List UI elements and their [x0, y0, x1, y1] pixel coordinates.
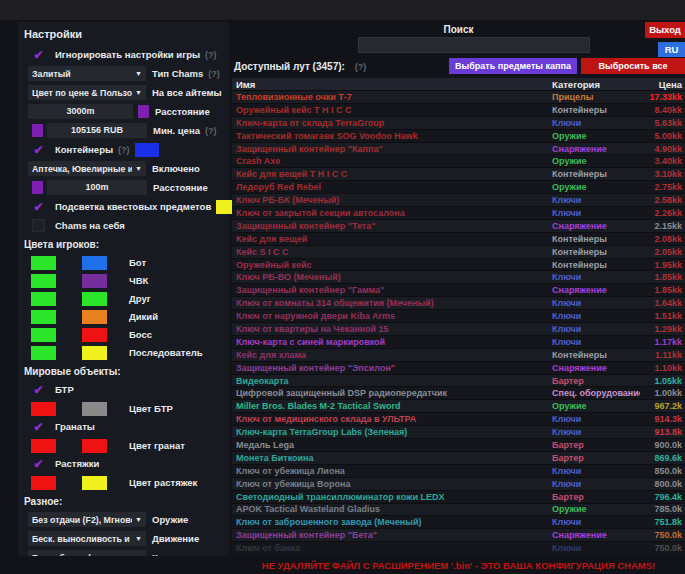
- player-visible-color-swatch[interactable]: [31, 328, 56, 342]
- grenade-color-swatch-2[interactable]: [82, 439, 107, 453]
- player-type-color-swatch[interactable]: [82, 328, 107, 342]
- table-row[interactable]: Ключ от заброшенного завода (Меченый)Клю…: [232, 516, 685, 529]
- player-type-color-swatch[interactable]: [82, 256, 107, 270]
- help-icon[interactable]: (?): [118, 145, 130, 155]
- checkbox-btr[interactable]: ✔ БТР: [24, 381, 225, 398]
- table-row[interactable]: ВидеокартаБартер1.05kk: [232, 375, 685, 388]
- player-type-color-swatch[interactable]: [82, 292, 107, 306]
- language-button[interactable]: RU: [658, 42, 685, 57]
- checkbox-grenades[interactable]: ✔ Гранаты: [24, 418, 225, 435]
- table-row[interactable]: Защищенный контейнер "Каппа"Снаряжение4.…: [232, 143, 685, 156]
- table-row[interactable]: Miller Bros. Blades M-2 Tactical SwordОр…: [232, 400, 685, 413]
- help-icon[interactable]: (?): [205, 50, 217, 60]
- chams-type-select[interactable]: Залитый ▼: [28, 66, 146, 81]
- table-row[interactable]: Ключ от закрытой секции автосалонаКлючи2…: [232, 207, 685, 220]
- item-price: 1.11kk: [640, 350, 685, 360]
- help-icon[interactable]: (?): [208, 69, 220, 79]
- movement-select[interactable]: Беск. выносливость и нет уста ▼: [28, 531, 146, 546]
- player-visible-color-swatch[interactable]: [31, 310, 56, 324]
- containers-filter-select[interactable]: Аптечка, Ювелирные и... ▼: [28, 161, 146, 176]
- table-row[interactable]: Ключ от банкаКлючи750.0k: [232, 542, 685, 555]
- player-visible-color-swatch[interactable]: [31, 256, 56, 270]
- column-header-name[interactable]: Имя: [232, 79, 552, 90]
- item-category: Снаряжение: [552, 530, 640, 540]
- help-icon[interactable]: (?): [205, 126, 217, 136]
- containers-distance-swatch[interactable]: [32, 181, 43, 194]
- grenade-color-swatch-1[interactable]: [31, 439, 56, 453]
- checkmark-icon[interactable]: ✔: [32, 457, 45, 470]
- player-type-color-swatch[interactable]: [82, 274, 107, 288]
- checkbox-containers[interactable]: ✔ Контейнеры (?): [24, 141, 225, 158]
- min-price-color-swatch[interactable]: [32, 124, 43, 137]
- tripwire-color-swatch-2[interactable]: [82, 476, 107, 490]
- table-row[interactable]: Защищенный контейнер "Тета"Снаряжение2.1…: [232, 220, 685, 233]
- table-row[interactable]: Светодиодный трансиллюминатор кожи LEDXБ…: [232, 491, 685, 504]
- table-row[interactable]: Ледоруб Red RebelОружие2.75kk: [232, 181, 685, 194]
- table-row[interactable]: Кейс для хламаКонтейнеры1.11kk: [232, 349, 685, 362]
- distance-input[interactable]: 3000m: [28, 104, 133, 119]
- table-row[interactable]: Монета БиткоинаБартер869.6k: [232, 452, 685, 465]
- player-type-color-swatch[interactable]: [82, 310, 107, 324]
- table-row[interactable]: Ключ РБ-БК (Меченый)Ключи2.58kk: [232, 194, 685, 207]
- checkmark-icon[interactable]: ✔: [32, 383, 45, 396]
- item-category: Прицелы: [552, 92, 640, 102]
- table-row[interactable]: Медаль LegaБартер900.0k: [232, 439, 685, 452]
- table-row[interactable]: Ключ от убежища ЛионаКлючи850.0k: [232, 465, 685, 478]
- tripwire-color-swatch-1[interactable]: [31, 476, 56, 490]
- column-header-price[interactable]: Цена: [640, 79, 685, 90]
- table-row[interactable]: Защищенный контейнер "Гамма"Снаряжение1.…: [232, 284, 685, 297]
- checkbox-quest-highlight[interactable]: ✔ Подсветка квестовых предметов: [24, 198, 225, 215]
- table-row[interactable]: Кейс для вещей T H I C CКонтейнеры3.10kk: [232, 168, 685, 181]
- item-category: Оружие: [552, 131, 640, 141]
- containers-color-swatch[interactable]: [135, 143, 159, 157]
- weapon-select[interactable]: Без отдачи (F2), Мгновенное п ▼: [28, 512, 146, 527]
- column-header-category[interactable]: Категория: [552, 79, 640, 90]
- table-row[interactable]: Ключ-карта с синей маркировкойКлючи1.17k…: [232, 336, 685, 349]
- color-mode-select[interactable]: Цвет по цене & Пользователь ▼: [28, 85, 146, 100]
- player-visible-color-swatch[interactable]: [31, 346, 56, 360]
- btr-color-swatch-1[interactable]: [31, 402, 56, 416]
- containers-distance-input[interactable]: 100m: [47, 180, 147, 195]
- checkmark-icon[interactable]: ✔: [32, 48, 45, 61]
- table-row[interactable]: Цифровой защищенный DSP радиопередатчикС…: [232, 387, 685, 400]
- table-row[interactable]: Оружейный кейс T H I C CКонтейнеры8.40kk: [232, 104, 685, 117]
- table-row[interactable]: Ключ-карта TerraGroup Labs (Зеленая)Ключ…: [232, 426, 685, 439]
- distance-color-swatch[interactable]: [138, 105, 149, 118]
- checkmark-icon[interactable]: ✔: [32, 143, 45, 156]
- table-row[interactable]: Ключ от комнаты 314 общежития (Меченый)К…: [232, 297, 685, 310]
- table-row[interactable]: Ключ-карта от склада TerraGroupКлючи5.63…: [232, 117, 685, 130]
- exit-button[interactable]: Выход: [645, 22, 685, 38]
- table-row[interactable]: Тактический томагавк SOG Voodoo HawkОруж…: [232, 130, 685, 143]
- table-row[interactable]: Crash AxeОружие3.40kk: [232, 155, 685, 168]
- select-kappa-items-button[interactable]: Выбрать предметы каппа: [449, 58, 577, 74]
- table-row[interactable]: Защищенный контейнер "Эпсилон"Снаряжение…: [232, 362, 685, 375]
- checkbox-chams-self[interactable]: Chams на себя: [24, 217, 225, 234]
- table-row[interactable]: Защищенный контейнер "Бета"Снаряжение750…: [232, 529, 685, 542]
- player-visible-color-swatch[interactable]: [31, 274, 56, 288]
- checkmark-icon[interactable]: ✔: [32, 420, 45, 433]
- help-icon[interactable]: (?): [355, 62, 367, 72]
- player-visible-color-swatch[interactable]: [31, 292, 56, 306]
- table-row[interactable]: Ключ от убежища ВоронаКлючи800.0k: [232, 478, 685, 491]
- drop-all-button[interactable]: Выбросить все: [581, 58, 685, 74]
- search-box[interactable]: [358, 37, 590, 53]
- btr-color-swatch-2[interactable]: [82, 402, 107, 416]
- checkbox-tripwires[interactable]: ✔ Растяжки: [24, 455, 225, 472]
- player-type-color-swatch[interactable]: [82, 346, 107, 360]
- min-price-input[interactable]: 105156 RUB: [47, 123, 147, 138]
- checkmark-icon[interactable]: [32, 219, 45, 232]
- table-row[interactable]: Ключ от наружной двери Kiba ArmsКлючи1.5…: [232, 310, 685, 323]
- table-row[interactable]: Ключ РБ-ВО (Меченый)Ключи1.85kk: [232, 271, 685, 284]
- table-row[interactable]: Ключ от медицинского склада в УЛЬТРАКлюч…: [232, 413, 685, 426]
- table-row[interactable]: Тепловизионные очки Т-7Прицелы17.33kk: [232, 91, 685, 104]
- table-row[interactable]: Кейс S I C CКонтейнеры2.05kk: [232, 246, 685, 259]
- table-row[interactable]: APOK Tactical Wasteland GladiusОружие785…: [232, 504, 685, 517]
- table-row[interactable]: Оружейный кейсКонтейнеры1.95kk: [232, 259, 685, 272]
- checkmark-icon[interactable]: ✔: [32, 200, 45, 213]
- search-input[interactable]: [359, 42, 589, 56]
- item-category: Ключи: [552, 517, 640, 527]
- table-row[interactable]: Кейс для вещейКонтейнеры2.08kk: [232, 233, 685, 246]
- table-row[interactable]: Ключ от квартиры на Чеканной 15Ключи1.29…: [232, 323, 685, 336]
- checkbox-ignore-game-settings[interactable]: ✔ Игнорировать настройки игры (?): [24, 46, 225, 63]
- chevron-down-icon: ▼: [135, 70, 142, 77]
